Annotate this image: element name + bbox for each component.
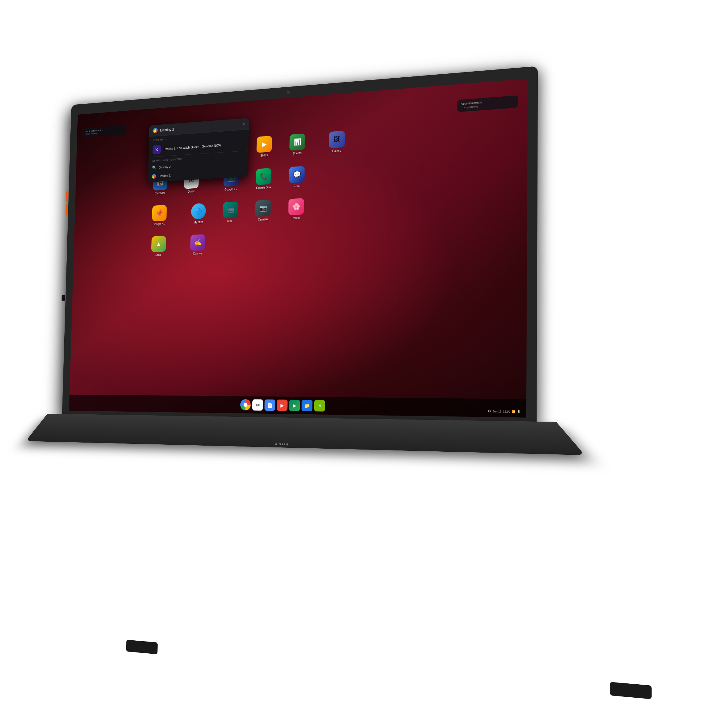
laptop-container: Shelf pod scalabili... Edited recently h… (55, 52, 716, 688)
app-icon-googlek[interactable]: 📌 Google K... (152, 205, 167, 226)
left-port (61, 295, 65, 301)
app-icon-gallery[interactable]: 🖼 Gallery (329, 131, 345, 153)
app-icon-meet[interactable]: 📹 Meet (223, 202, 238, 223)
app-icon-mystuff[interactable]: 🔷 My stuff (191, 203, 206, 224)
screen-bezel: Shelf pod scalabili... Edited recently h… (62, 66, 538, 425)
app-label-calendar: Calendar (155, 191, 165, 195)
taskbar-youtube[interactable]: ▶ (277, 399, 288, 411)
search-icon-1: 🔍 (152, 165, 156, 170)
app-label-gmail: Gmail (187, 190, 194, 193)
left-hinge (126, 640, 158, 654)
wallpaper-glow (69, 78, 528, 418)
taskbar-playstore[interactable]: ▶ (289, 400, 300, 411)
app-icon-chat[interactable]: 💬 Chat (289, 166, 305, 188)
app-label-slides: Slides (260, 153, 268, 157)
app-label-drive: Drive (155, 253, 161, 257)
best-match-text: Destiny 2: The Witch Queen - GeForce NOW (164, 144, 221, 151)
app-icon-drive[interactable]: ▲ Drive (151, 236, 166, 257)
search-text-2: Destiny 2. (159, 174, 171, 178)
volume-up-button[interactable] (66, 191, 69, 202)
app-icon-slides[interactable]: ▶ Slides (256, 136, 272, 158)
taskbar-gmail[interactable]: ✉ (252, 399, 263, 410)
app-label-gallery: Gallery (332, 149, 341, 153)
scene: Shelf pod scalabili... Edited recently h… (0, 0, 728, 728)
app-label-googlek: Google K... (153, 222, 166, 226)
taskbar-chrome[interactable] (240, 399, 251, 410)
taskbar-docs[interactable]: 📄 (265, 399, 275, 411)
search-query-text: Destiny 2 (160, 122, 240, 132)
app-icon-cursive[interactable]: ✍ Cursive (190, 234, 205, 255)
tray-date: Jun 13 (492, 410, 501, 413)
google-logo-icon: G (153, 128, 158, 133)
system-tray: ⚙ Jun 13 12:30 📶 🔋 (488, 409, 520, 414)
search-close-button[interactable]: × (243, 122, 245, 127)
app-icon-sheets[interactable]: 📊 Sheets (289, 133, 306, 155)
screen-display: Shelf pod scalabili... Edited recently h… (69, 78, 528, 418)
right-hinge (610, 682, 652, 699)
app-label-camera: Camera (258, 217, 268, 221)
app-label-photos: Photos (292, 216, 301, 220)
app-icon-photos[interactable]: 🌸 Photos (288, 198, 304, 220)
app-label-meet: Meet (227, 219, 233, 222)
taskbar-files[interactable]: 📁 (301, 400, 312, 411)
asus-brand-label: ASUS (275, 442, 289, 446)
tray-time: 12:30 (503, 410, 510, 413)
volume-down-button[interactable] (66, 205, 68, 215)
app-label-chat: Chat (294, 184, 300, 188)
app-label-mystuff: My stuff (194, 220, 203, 224)
camera-dot (287, 91, 290, 94)
app-icon-duo[interactable]: 📞 Google Duo (256, 168, 271, 190)
destiny-icon: ⚔ (153, 145, 161, 154)
search-popup: G Destiny 2 × Best match ⚔ Destiny 2: Th… (148, 118, 249, 182)
tray-settings-icon[interactable]: ⚙ (488, 409, 491, 413)
assistant-icon (152, 174, 156, 179)
search-text-1: Destiny 2 (159, 165, 170, 169)
app-icon-camera[interactable]: 📷 Camera (255, 200, 271, 222)
app-label-cursive: Cursive (193, 252, 202, 255)
tray-wifi-icon: 📶 (512, 410, 515, 413)
tray-battery-icon: 🔋 (517, 410, 520, 413)
app-label-sheets: Sheets (293, 151, 301, 155)
taskbar-nvidia[interactable]: N (314, 400, 325, 411)
